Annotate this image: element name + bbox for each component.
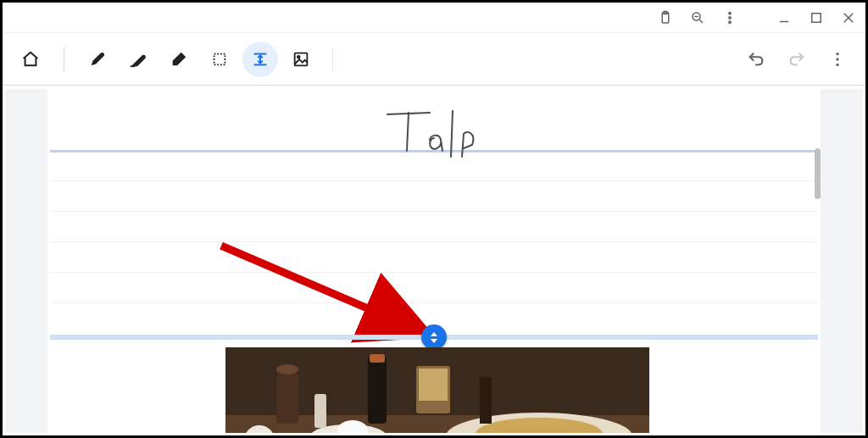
window-chrome bbox=[3, 3, 865, 33]
maximize-icon[interactable] bbox=[806, 8, 826, 28]
scrollbar-thumb[interactable] bbox=[815, 148, 821, 199]
zoom-out-icon[interactable] bbox=[687, 8, 708, 28]
redo-button[interactable] bbox=[779, 42, 815, 77]
spacer-button[interactable] bbox=[242, 42, 278, 77]
svg-rect-33 bbox=[276, 373, 298, 424]
separator bbox=[64, 47, 64, 72]
rule-line bbox=[50, 302, 818, 303]
svg-line-3 bbox=[699, 19, 703, 23]
svg-point-34 bbox=[276, 364, 298, 374]
svg-rect-9 bbox=[812, 13, 821, 22]
svg-rect-32 bbox=[419, 369, 448, 401]
rule-line bbox=[50, 211, 818, 212]
undo-button[interactable] bbox=[738, 42, 774, 77]
separator bbox=[332, 47, 333, 71]
svg-point-5 bbox=[729, 12, 731, 14]
rule-line-heavy bbox=[50, 150, 818, 152]
svg-point-20 bbox=[836, 58, 838, 60]
svg-rect-29 bbox=[368, 356, 387, 424]
toolbar bbox=[3, 33, 865, 86]
rule-line bbox=[50, 241, 818, 242]
svg-line-22 bbox=[221, 246, 429, 335]
more-icon[interactable] bbox=[720, 8, 740, 28]
close-icon[interactable] bbox=[838, 8, 859, 28]
clipboard-icon[interactable] bbox=[655, 8, 676, 28]
svg-rect-12 bbox=[131, 65, 136, 67]
eraser-button[interactable] bbox=[161, 42, 197, 77]
highlighter-button[interactable] bbox=[120, 42, 156, 77]
spacer-handle[interactable] bbox=[421, 324, 447, 350]
svg-point-6 bbox=[729, 16, 731, 18]
overflow-button[interactable] bbox=[820, 42, 855, 77]
rule-line bbox=[50, 272, 818, 273]
svg-rect-13 bbox=[214, 53, 225, 64]
image-button[interactable] bbox=[283, 42, 319, 77]
svg-point-7 bbox=[729, 21, 731, 23]
pen-button[interactable] bbox=[80, 42, 115, 77]
svg-rect-30 bbox=[370, 354, 385, 363]
note-page[interactable] bbox=[47, 89, 821, 433]
svg-rect-36 bbox=[314, 394, 326, 428]
svg-point-19 bbox=[836, 52, 838, 54]
svg-point-21 bbox=[836, 63, 838, 65]
viewport bbox=[5, 89, 863, 433]
svg-rect-17 bbox=[295, 53, 308, 65]
selection-button[interactable] bbox=[202, 42, 237, 77]
rule-line bbox=[50, 180, 818, 181]
svg-rect-35 bbox=[480, 377, 492, 424]
home-button[interactable] bbox=[13, 42, 48, 77]
svg-point-18 bbox=[298, 55, 300, 58]
inserted-image[interactable] bbox=[225, 347, 649, 433]
minimize-icon[interactable] bbox=[774, 8, 794, 28]
